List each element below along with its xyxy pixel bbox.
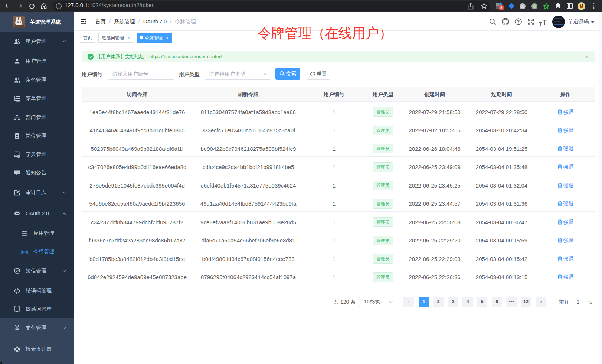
svg-text:((a)): ((a))	[21, 249, 28, 254]
